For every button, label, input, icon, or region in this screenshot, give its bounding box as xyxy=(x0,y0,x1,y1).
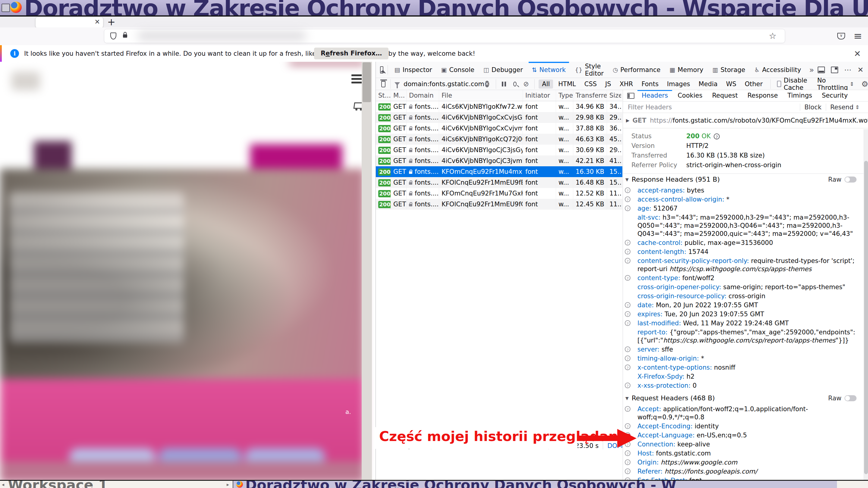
help-icon[interactable]: ? xyxy=(625,258,630,264)
help-icon[interactable]: ? xyxy=(625,347,630,352)
network-request-row[interactable]: 200GETfonts....KFOmCnqEu92Fr1Mu7GxKOzY.w… xyxy=(376,188,622,199)
help-icon[interactable]: ? xyxy=(625,187,630,193)
header-name[interactable]: timing-allow-origin: xyxy=(638,355,699,362)
detail-tab-request[interactable]: Request xyxy=(707,90,743,101)
header-name[interactable]: Referer: xyxy=(638,468,662,475)
network-request-row[interactable]: 200GETfonts....4iCs6KVjbNBYlgoKcQ72j00.w… xyxy=(376,134,622,144)
network-request-row[interactable]: 200GETfonts....4iCv6KVjbNBYlgoCxCvjvmyNL… xyxy=(376,123,622,134)
devtools-tab-style-editor[interactable]: {}Style Editor xyxy=(570,62,608,78)
help-icon[interactable]: ? xyxy=(625,249,630,255)
response-headers-section[interactable]: ▼ Response Headers (951 B) Raw xyxy=(623,174,868,185)
block-requests-icon[interactable]: ⊘ xyxy=(523,80,529,88)
devtools-close-icon[interactable]: ✕ xyxy=(858,66,864,74)
page-hamburger-icon[interactable] xyxy=(351,74,363,85)
header-name[interactable]: cross-origin-resource-policy: xyxy=(638,293,727,300)
throttling-dropdown[interactable]: No Throttling ⇕ xyxy=(817,77,854,91)
column-header[interactable]: File xyxy=(439,90,523,101)
request-headers-section[interactable]: ▼ Request Headers (468 B) Raw xyxy=(623,392,868,404)
header-name[interactable]: X-Firefox-Spdy: xyxy=(638,373,684,380)
help-icon[interactable]: ? xyxy=(625,450,630,456)
type-filter-media[interactable]: Media xyxy=(695,79,721,89)
network-request-row[interactable]: 200GETfonts....4iCs6KVjbNBYlgoKfw72.woff… xyxy=(376,101,622,112)
more-tabs-icon[interactable]: » xyxy=(806,65,818,74)
disable-cache-checkbox[interactable] xyxy=(777,81,781,87)
network-request-row[interactable]: 200GETfonts....4iCv6KVjbNBYlgoCjC3jvmyNL… xyxy=(376,156,622,166)
detail-scrollbar[interactable] xyxy=(864,129,868,480)
separate-window-icon[interactable] xyxy=(831,67,838,73)
devtools-tab-accessibility[interactable]: ♿Accessibility xyxy=(750,62,806,78)
type-filter-js[interactable]: JS xyxy=(602,79,615,89)
type-filter-css[interactable]: CSS xyxy=(581,79,600,89)
header-name[interactable]: Origin: xyxy=(638,459,659,466)
type-filter-html[interactable]: HTML xyxy=(555,79,579,89)
help-icon[interactable]: ? xyxy=(625,275,630,281)
column-header[interactable]: M... xyxy=(391,90,407,101)
column-header[interactable]: St... xyxy=(376,90,391,101)
header-name[interactable]: x-content-type-options: xyxy=(638,364,712,371)
help-icon[interactable]: ? xyxy=(625,196,630,202)
bookmark-star-icon[interactable]: ☆ xyxy=(769,31,776,41)
search-icon[interactable] xyxy=(513,82,517,87)
notification-close-icon[interactable]: ✕ xyxy=(854,49,861,59)
header-name[interactable]: Accept-Language: xyxy=(638,432,695,439)
detail-tab-response[interactable]: Response xyxy=(743,90,783,101)
url-bar[interactable]: ☆ xyxy=(104,29,785,43)
header-name[interactable]: Host: xyxy=(638,450,654,457)
help-icon[interactable]: ? xyxy=(625,302,630,308)
type-filter-other[interactable]: Other xyxy=(741,79,766,89)
pocket-icon[interactable]: ∨ xyxy=(837,33,845,39)
header-name[interactable]: content-length: xyxy=(638,248,686,255)
header-name[interactable]: Connection: xyxy=(638,441,675,448)
column-header[interactable]: Type xyxy=(556,90,573,101)
network-request-row[interactable]: 200GETfonts....KFOlCnqEu92Fr1MmEU9fBBc4.… xyxy=(376,177,622,188)
detail-scrollbar-thumb[interactable] xyxy=(864,161,868,474)
detail-tab-cookies[interactable]: Cookies xyxy=(673,90,707,101)
help-icon[interactable]: ? xyxy=(625,383,630,388)
network-filter-input[interactable] xyxy=(403,80,485,88)
tab-close-icon[interactable]: ✕ xyxy=(95,19,100,25)
clear-filter-icon[interactable]: ✕ xyxy=(485,81,489,87)
sidebar-toggle-icon[interactable] xyxy=(627,93,634,99)
header-name[interactable]: content-type: xyxy=(638,274,680,282)
column-header[interactable]: Initiator xyxy=(523,90,556,101)
header-name[interactable]: expires: xyxy=(638,311,662,318)
help-icon[interactable]: ? xyxy=(625,205,630,211)
header-name[interactable]: age: xyxy=(638,205,651,212)
devtools-menu-icon[interactable]: ⋯ xyxy=(844,66,851,74)
help-icon[interactable]: ? xyxy=(625,240,630,246)
page-scrollbar-thumb[interactable] xyxy=(363,62,371,102)
devtools-tab-network[interactable]: ⇅Network xyxy=(527,62,570,78)
header-name[interactable]: x-xss-protection: xyxy=(638,382,690,389)
help-icon[interactable]: ? xyxy=(625,320,630,326)
column-header[interactable]: Transferred xyxy=(573,90,607,101)
workspace-next-icon[interactable]: ▸ xyxy=(227,482,229,487)
taskbar-window-button[interactable]: Doradztwo w Zakresie Ochrony Danych Osob… xyxy=(233,481,837,488)
lock-icon[interactable] xyxy=(123,34,127,38)
detail-tab-headers[interactable]: Headers xyxy=(637,90,673,101)
header-name[interactable]: Accept: xyxy=(638,405,661,413)
refresh-firefox-button[interactable]: Refresh Firefox… xyxy=(314,47,389,59)
network-request-row[interactable]: 200GETfonts....KFOmCnqEu92Fr1Mu4mxK.woff… xyxy=(376,166,622,177)
tracking-shield-icon[interactable] xyxy=(110,33,116,39)
type-filter-fonts[interactable]: Fonts xyxy=(638,79,662,89)
header-name[interactable]: report-to: xyxy=(638,329,668,336)
section-caret-icon[interactable]: ▼ xyxy=(625,177,629,182)
dock-side-icon[interactable] xyxy=(818,67,825,73)
network-request-row[interactable]: 200GETfonts....KFOlCnqEu92Fr1MmEU9fChc4E… xyxy=(376,199,622,210)
header-name[interactable]: cross-origin-opener-policy: xyxy=(638,284,721,291)
devtools-tab-storage[interactable]: ▥Storage xyxy=(708,62,750,78)
devtools-tab-console[interactable]: ▣Console xyxy=(437,62,479,78)
help-icon[interactable]: ? xyxy=(625,406,630,412)
network-settings-gear-icon[interactable]: ⚙ xyxy=(861,79,868,89)
header-name[interactable]: Sec-Fetch-Dest: xyxy=(638,477,687,480)
help-icon[interactable]: ? xyxy=(625,364,630,370)
detail-tab-security[interactable]: Security xyxy=(817,90,852,101)
header-name[interactable]: Accept-Encoding: xyxy=(638,423,692,430)
help-icon[interactable]: ? xyxy=(625,311,630,317)
page-scrollbar[interactable] xyxy=(362,62,372,480)
type-filter-xhr[interactable]: XHR xyxy=(616,79,637,89)
header-name[interactable]: date: xyxy=(638,301,654,309)
devtools-tab-inspector[interactable]: ▤Inspector xyxy=(390,62,437,78)
collapse-pane-icon[interactable]: ◂ xyxy=(615,145,618,153)
type-filter-ws[interactable]: WS xyxy=(723,79,740,89)
